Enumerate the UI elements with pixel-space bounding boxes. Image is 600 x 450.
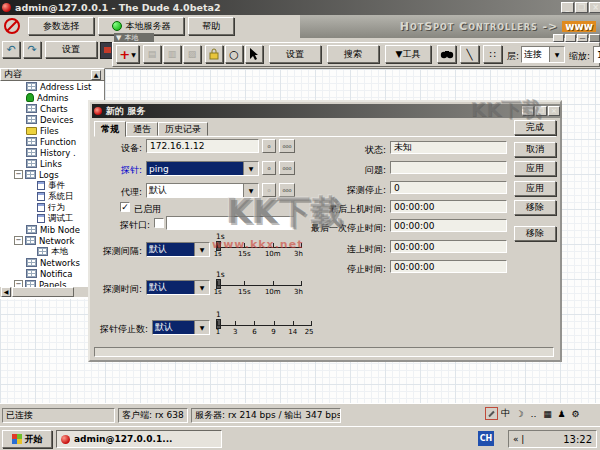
sidebar-item-events[interactable]: 事件 bbox=[0, 180, 96, 191]
dialog-restore-button[interactable]: ❐ bbox=[535, 106, 547, 116]
sidebar-item-local-map[interactable]: 本地 bbox=[0, 246, 96, 257]
layer-dropdown-icon[interactable]: ▼ bbox=[549, 47, 564, 62]
sidebar-item-devices[interactable]: Devices bbox=[0, 114, 96, 125]
clock[interactable]: 13:22 bbox=[563, 434, 592, 445]
sidebar-item-syslog[interactable]: 系统日 bbox=[0, 191, 96, 202]
punctuation-icon[interactable]: ‥ bbox=[527, 407, 540, 420]
map-caption[interactable]: ▼ 本地 bbox=[114, 33, 154, 42]
apply-button-2[interactable]: 应用 bbox=[514, 181, 556, 196]
sidebar-item-charts[interactable]: Charts bbox=[0, 103, 96, 114]
sidebar-item-links[interactable]: Links bbox=[0, 158, 96, 169]
sidebar-tree: Address List Admins Charts Devices Files… bbox=[0, 81, 96, 289]
soft-keyboard-icon[interactable]: ▦ bbox=[541, 407, 554, 420]
sidebar-item-mib-node[interactable]: Mib Node bbox=[0, 224, 96, 235]
lock-icon bbox=[208, 48, 220, 60]
sidebar-header[interactable]: 内容 ▲ bbox=[0, 68, 105, 81]
scroll-up-icon[interactable]: ▲ bbox=[91, 70, 101, 80]
params-button[interactable]: 参数选择 bbox=[28, 17, 94, 35]
link-tool-button[interactable]: ╲ bbox=[460, 45, 479, 63]
disconnect-icon[interactable] bbox=[4, 18, 20, 34]
remove-button-2[interactable]: 移除 bbox=[514, 226, 556, 241]
find-button[interactable] bbox=[437, 45, 456, 63]
pointer-button[interactable] bbox=[245, 45, 263, 63]
panel-close-button[interactable] bbox=[589, 34, 600, 42]
fullwidth-icon[interactable]: ☽ bbox=[513, 407, 526, 420]
downcount-slider[interactable]: 1 1 3 6 9 14 25 bbox=[216, 312, 312, 342]
app-icon bbox=[2, 3, 11, 12]
scroll-thumb[interactable] bbox=[12, 287, 74, 297]
start-button[interactable]: 开始 bbox=[2, 430, 52, 448]
slider-track[interactable] bbox=[216, 325, 312, 326]
timeout-dropdown-icon[interactable]: ▼ bbox=[194, 281, 209, 294]
tools-icon[interactable]: ⚙ bbox=[569, 407, 582, 420]
downcount-dropdown-icon[interactable]: ▼ bbox=[194, 321, 209, 334]
panel-btn-1[interactable] bbox=[553, 34, 564, 42]
ime-mode-icon[interactable]: 中 bbox=[499, 407, 512, 420]
panel-btn-2[interactable] bbox=[565, 34, 576, 42]
interval-dropdown-icon[interactable]: ▼ bbox=[194, 243, 209, 256]
cancel-button[interactable]: 取消 bbox=[514, 142, 556, 157]
sidebar-item-history[interactable]: History . bbox=[0, 147, 96, 158]
sidebar-item-logs[interactable]: −Logs bbox=[0, 169, 96, 180]
remove-button[interactable]: 移除 bbox=[514, 200, 556, 215]
enabled-label[interactable]: 已启用 bbox=[134, 203, 161, 216]
downcount-select[interactable]: 默认 ▼ bbox=[152, 320, 210, 335]
person-icon[interactable]: ♟ bbox=[555, 407, 568, 420]
sidebar-item-networks[interactable]: Networks bbox=[0, 257, 96, 268]
tab-notify[interactable]: 通告 bbox=[126, 122, 158, 136]
tray-collapse-icon[interactable]: « | bbox=[513, 434, 524, 444]
scroll-left-icon[interactable]: ◀ bbox=[1, 287, 11, 297]
interval-select[interactable]: 默认 ▼ bbox=[146, 242, 210, 257]
marquee-button[interactable]: ∷ bbox=[483, 45, 502, 63]
settings-button[interactable]: 设置 bbox=[45, 41, 97, 58]
pen-icon[interactable] bbox=[485, 407, 498, 420]
minimize-button[interactable]: _ bbox=[561, 2, 574, 13]
sidebar-item-debug[interactable]: 调试工 bbox=[0, 213, 96, 224]
finish-button[interactable]: 完成 bbox=[514, 120, 556, 135]
task-button[interactable]: admin@127.0.0.1... bbox=[56, 430, 222, 448]
search-button[interactable]: 搜索 bbox=[327, 45, 379, 63]
tab-general[interactable]: 常规 bbox=[94, 121, 126, 137]
sidebar-item-notifications[interactable]: Notifica bbox=[0, 268, 96, 279]
ime-badge[interactable]: CH bbox=[478, 431, 494, 446]
timeout-slider[interactable]: 1s 1s 15s 10m 3h bbox=[216, 272, 302, 302]
layer-select[interactable]: 连接 ▼ bbox=[521, 46, 565, 63]
last-down-label: 最后一次停止时间: bbox=[266, 222, 386, 235]
timeout-select[interactable]: 默认 ▼ bbox=[146, 280, 210, 295]
probe-select[interactable]: ping ▼ bbox=[146, 161, 259, 176]
sidebar-hscrollbar[interactable]: ◀ bbox=[0, 287, 96, 297]
agent-dropdown-icon[interactable]: ▼ bbox=[243, 184, 258, 197]
agent-select[interactable]: 默认 ▼ bbox=[146, 183, 259, 198]
apply-button[interactable]: 应用 bbox=[514, 161, 556, 176]
lock-button[interactable] bbox=[205, 45, 223, 63]
collapse-icon[interactable]: − bbox=[14, 170, 23, 179]
enabled-checkbox[interactable]: ✓ bbox=[120, 202, 130, 212]
tools-button[interactable]: ▼工具 bbox=[385, 45, 431, 63]
zoom-input[interactable]: 100% bbox=[593, 46, 600, 63]
dialog-close-button[interactable]: × bbox=[548, 106, 560, 116]
sidebar-item-admins[interactable]: Admins bbox=[0, 92, 96, 103]
add-button[interactable]: + ▼ bbox=[116, 45, 139, 63]
close-button[interactable]: × bbox=[589, 2, 600, 13]
sidebar-item-address-list[interactable]: Address List bbox=[0, 81, 96, 92]
probe-dropdown-icon[interactable]: ▼ bbox=[243, 162, 258, 175]
dialog-minimize-button[interactable]: _ bbox=[522, 106, 534, 116]
sidebar-item-function[interactable]: Function bbox=[0, 136, 96, 147]
port-checkbox[interactable] bbox=[154, 218, 164, 228]
sidebar-item-label: 行为 bbox=[48, 202, 65, 213]
collapse-icon[interactable]: − bbox=[14, 236, 23, 245]
help-button[interactable]: 帮助 bbox=[188, 17, 234, 35]
restore-button[interactable]: ❐ bbox=[575, 2, 588, 13]
slider-track[interactable] bbox=[216, 285, 302, 286]
sidebar-item-actions[interactable]: 行为 bbox=[0, 202, 96, 213]
lasso-button[interactable]: ○ bbox=[225, 45, 243, 63]
map-settings-button[interactable]: 设置 bbox=[269, 45, 321, 63]
device-input[interactable]: 172.16.1.12 bbox=[146, 139, 259, 153]
sidebar-item-network-maps[interactable]: −Network bbox=[0, 235, 96, 246]
probe-label[interactable]: 探针: bbox=[90, 164, 142, 177]
tab-history[interactable]: 历史记录 bbox=[158, 122, 208, 136]
panel-min-button[interactable]: — bbox=[577, 34, 588, 42]
undo-button[interactable]: ↶ bbox=[2, 41, 20, 58]
sidebar-item-files[interactable]: Files bbox=[0, 125, 96, 136]
redo-button[interactable]: ↷ bbox=[23, 41, 41, 58]
